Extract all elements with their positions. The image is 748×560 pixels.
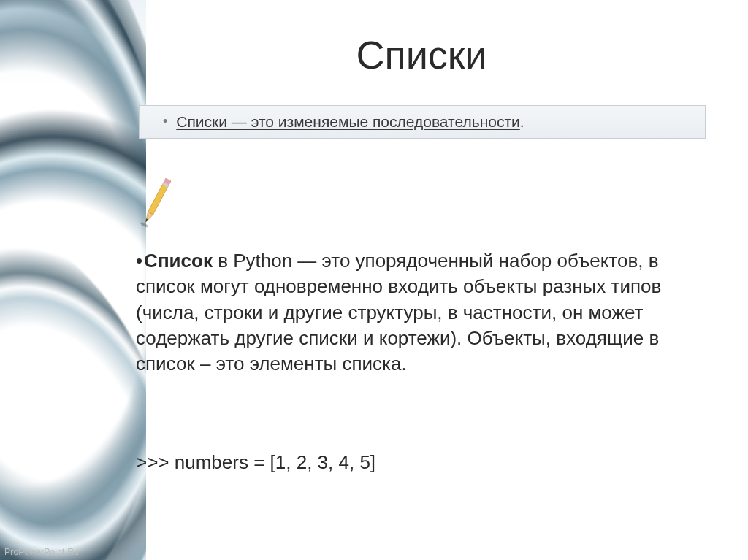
- bullet-icon: •: [136, 250, 142, 272]
- slide-title: Списки: [139, 32, 704, 77]
- subtitle-tail: .: [520, 113, 524, 130]
- subtitle-box: •Списки — это изменяемые последовательно…: [139, 105, 706, 139]
- svg-point-5: [140, 221, 149, 229]
- pencil-icon: [136, 169, 177, 235]
- bullet-icon: •: [163, 114, 167, 129]
- background-swirl: [0, 0, 146, 560]
- watermark: ProPowerPoint.Ru: [4, 547, 79, 557]
- code-example: >>> numbers = [1, 2, 3, 4, 5]: [136, 451, 375, 474]
- subtitle-link[interactable]: Списки — это изменяемые последовательнос…: [176, 113, 519, 130]
- body-paragraph: •Список в Python — это упорядоченный наб…: [136, 248, 713, 377]
- body-strong: Список: [144, 250, 213, 272]
- slide: Списки •Списки — это изменяемые последов…: [0, 0, 748, 560]
- body-rest: в Python — это упорядоченный набор объек…: [136, 250, 661, 375]
- svg-marker-3: [143, 212, 153, 223]
